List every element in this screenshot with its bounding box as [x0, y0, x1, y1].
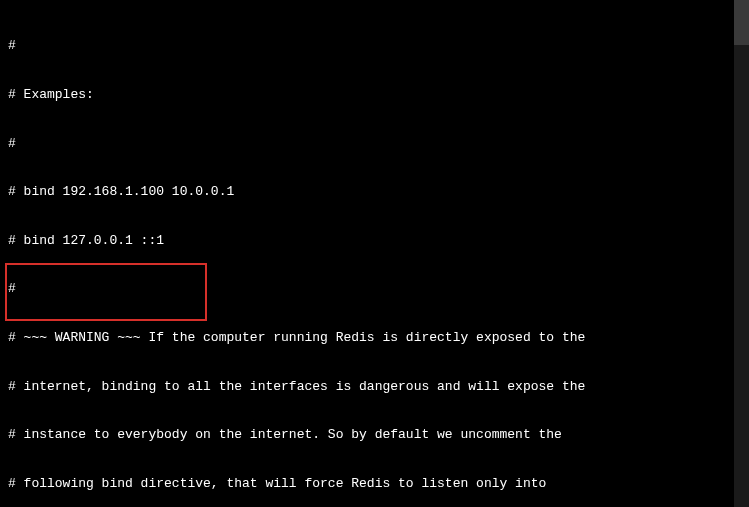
scrollbar-thumb[interactable] — [734, 0, 749, 45]
config-line: # — [8, 281, 741, 297]
vertical-scrollbar[interactable] — [734, 0, 749, 507]
config-line: # internet, binding to all the interface… — [8, 379, 741, 395]
config-line: # bind 192.168.1.100 10.0.0.1 — [8, 184, 741, 200]
config-line: # following bind directive, that will fo… — [8, 476, 741, 492]
terminal-viewport[interactable]: # # Examples: # # bind 192.168.1.100 10.… — [0, 0, 749, 507]
config-line: # instance to everybody on the internet.… — [8, 427, 741, 443]
config-line: # — [8, 38, 741, 54]
config-line: # — [8, 136, 741, 152]
config-line: # ~~~ WARNING ~~~ If the computer runnin… — [8, 330, 741, 346]
config-line: # bind 127.0.0.1 ::1 — [8, 233, 741, 249]
config-line: # Examples: — [8, 87, 741, 103]
